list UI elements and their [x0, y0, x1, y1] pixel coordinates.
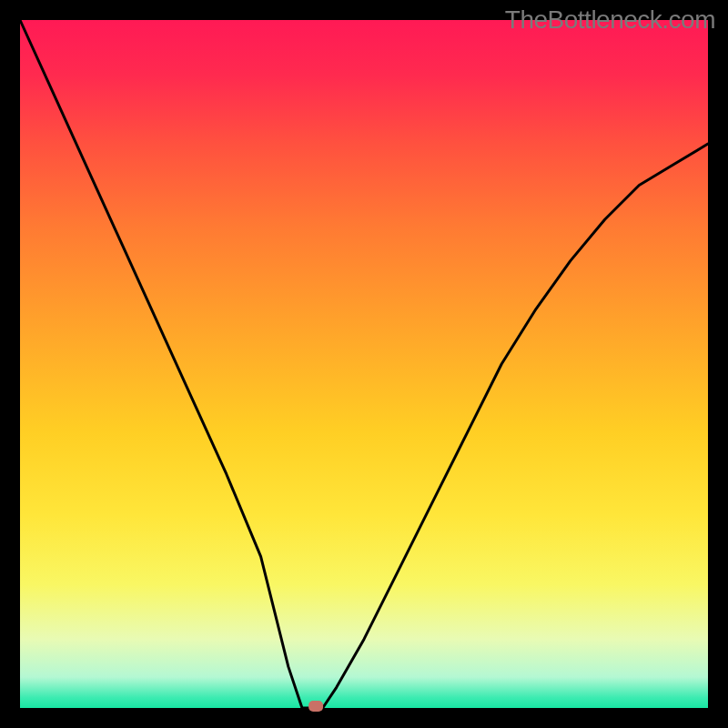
plot-background [20, 20, 708, 708]
watermark-text: TheBottleneck.com [505, 5, 715, 35]
optimal-point-marker [308, 701, 323, 712]
bottleneck-chart: TheBottleneck.com [0, 0, 728, 728]
chart-svg [0, 0, 728, 728]
